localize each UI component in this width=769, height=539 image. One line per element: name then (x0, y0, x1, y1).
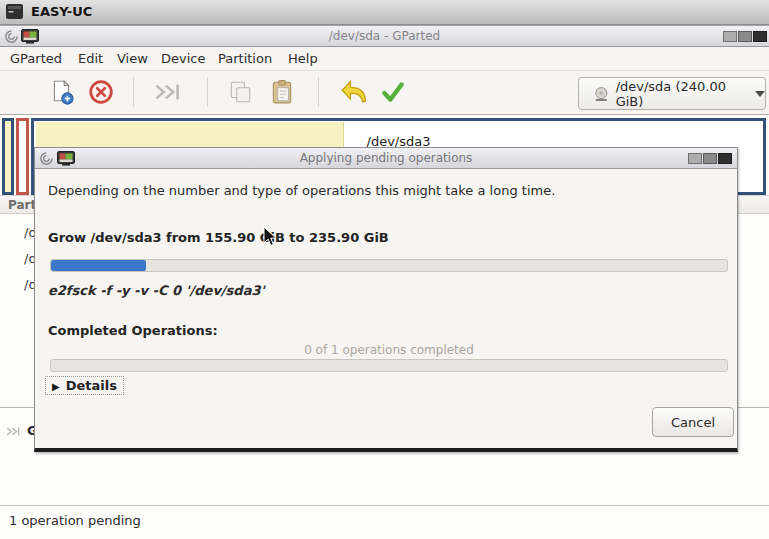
new-partition-icon[interactable] (49, 79, 75, 105)
current-operation-title: Grow /dev/sda3 from 155.90 GiB to 235.90… (48, 230, 389, 245)
completed-progress-bar (50, 359, 728, 372)
menu-view[interactable]: View (117, 51, 148, 66)
dialog-maximize-button[interactable] (703, 153, 717, 164)
menubar: GParted Edit View Device Partition Help (0, 47, 769, 70)
dialog-titlebar[interactable]: Applying pending operations (35, 148, 737, 169)
toolbar: /dev/sda (240.00 GiB) (0, 70, 769, 115)
operation-progress-fill (51, 260, 146, 271)
menu-device[interactable]: Device (161, 51, 205, 66)
window-minimize-button[interactable] (723, 31, 737, 42)
terminal-icon (6, 4, 23, 19)
window-title: /dev/sda - GParted (0, 29, 769, 43)
dialog-minimize-button[interactable] (688, 153, 702, 164)
copy-icon[interactable] (227, 79, 253, 105)
cancel-button-label: Cancel (671, 415, 715, 430)
details-label: Details (66, 378, 117, 393)
completed-operations-label: Completed Operations: (48, 323, 218, 338)
taskbar: EASY-UC (0, 0, 769, 25)
paste-icon[interactable] (269, 79, 295, 105)
toolbar-separator (207, 77, 208, 107)
table-header-label: Part (8, 198, 36, 212)
device-selector-value: /dev/sda (240.00 GiB) (616, 79, 747, 109)
menu-partition[interactable]: Partition (218, 51, 272, 66)
disk-icon (593, 86, 610, 102)
mouse-cursor (263, 226, 279, 248)
statusbar-divider (0, 505, 769, 506)
taskbar-app-title: EASY-UC (31, 4, 92, 19)
statusbar-text: 1 operation pending (9, 513, 141, 528)
toolbar-separator (318, 77, 319, 107)
chevron-down-icon (755, 91, 765, 97)
menu-edit[interactable]: Edit (78, 51, 103, 66)
details-expander[interactable]: ▶Details (46, 377, 123, 394)
undo-icon[interactable] (340, 79, 370, 105)
completed-operations-status: 0 of 1 operations completed (50, 343, 728, 357)
expander-triangle-icon: ▶ (52, 381, 60, 392)
dialog-intro-text: Depending on the number and type of oper… (48, 183, 555, 198)
cancel-button[interactable]: Cancel (652, 407, 734, 437)
screen: EASY-UC /dev/sda - GParted GParted Edit … (0, 0, 769, 539)
dialog-close-button[interactable] (718, 153, 732, 164)
delete-partition-icon[interactable] (88, 79, 114, 105)
partition-box-small-2[interactable] (16, 118, 29, 195)
grow-operation-icon (5, 424, 22, 439)
partition-box-small-1[interactable] (2, 118, 14, 195)
resize-move-icon[interactable] (152, 79, 184, 105)
dialog-title: Applying pending operations (35, 151, 737, 165)
toolbar-separator (133, 77, 134, 107)
gparted-titlebar[interactable]: /dev/sda - GParted (0, 25, 769, 47)
menu-help[interactable]: Help (288, 51, 318, 66)
device-selector[interactable]: /dev/sda (240.00 GiB) (578, 77, 766, 110)
window-maximize-button[interactable] (738, 31, 752, 42)
menu-gparted[interactable]: GParted (10, 51, 62, 66)
apply-operations-icon[interactable] (380, 79, 406, 105)
apply-operations-dialog: Applying pending operations Depending on… (34, 147, 738, 452)
window-close-button[interactable] (753, 31, 767, 42)
operation-progress-bar (50, 259, 728, 272)
command-text: e2fsck -f -y -v -C 0 '/dev/sda3' (48, 283, 264, 298)
